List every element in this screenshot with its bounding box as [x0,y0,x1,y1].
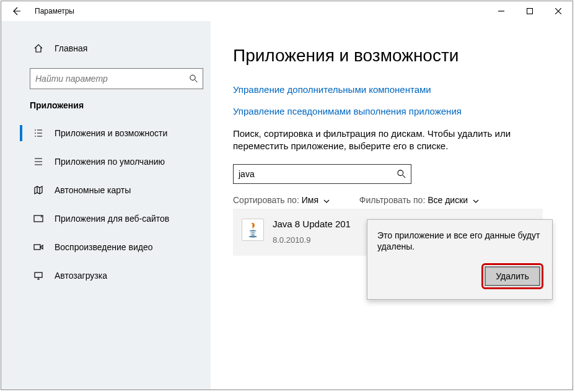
close-button[interactable] [544,1,573,21]
app-list-search[interactable]: java [233,164,411,184]
chevron-down-icon [323,195,330,205]
sidebar-section-label: Приложения [1,100,211,119]
minimize-icon [498,8,504,14]
link-optional-features[interactable]: Управление дополнительными компонентами [233,84,573,95]
app-name: Java 8 Update 201 [273,219,351,229]
app-version: 8.0.2010.9 [273,235,351,245]
sort-control[interactable]: Сортировать по: Имя [233,195,330,205]
map-icon [32,185,45,195]
startup-icon [32,271,45,281]
page-title: Приложения и возможности [233,46,573,66]
filter-control[interactable]: Фильтровать по: Все диски [359,195,479,205]
sidebar-item-label: Приложения для веб-сайтов [55,214,169,224]
filter-value: Все диски [428,195,468,205]
svg-rect-3 [34,245,40,250]
sidebar-item-label: Воспроизведение видео [55,242,152,252]
svg-rect-0 [527,9,533,14]
flyout-text: Это приложение и все его данные будут уд… [377,230,543,252]
home-icon [32,43,45,53]
svg-point-5 [398,170,403,175]
sidebar-item-video-playback[interactable]: Воспроизведение видео [1,233,211,261]
sidebar-item-label: Приложения по умолчанию [55,157,165,167]
sidebar-search-input[interactable] [35,74,190,84]
sidebar-search[interactable] [30,68,203,89]
confirm-uninstall-button[interactable]: Удалить [485,266,540,286]
sidebar-item-label: Приложения и возможности [55,128,167,138]
sidebar-item-apps-for-websites[interactable]: Приложения для веб-сайтов [1,204,211,233]
sort-value: Имя [302,195,318,205]
java-icon [242,219,264,241]
defaults-icon [32,157,45,167]
chevron-down-icon [473,195,479,205]
sidebar-item-offline-maps[interactable]: Автономные карты [1,176,211,204]
flyout-actions: Удалить [377,263,543,289]
close-icon [555,8,561,14]
minimize-button[interactable] [487,1,516,21]
uninstall-confirm-flyout: Это приложение и все его данные будут уд… [367,219,553,300]
titlebar-left: Параметры [1,1,74,21]
description-text: Поиск, сортировка и фильтрация по дискам… [233,128,524,153]
svg-point-1 [190,75,195,80]
app-info: Java 8 Update 201 8.0.2010.9 [273,219,351,245]
arrow-left-icon [11,6,21,16]
body: Главная Приложения Приложения и возможно… [1,21,573,390]
settings-window: Параметры Главная [1,1,573,390]
video-icon [32,242,45,252]
titlebar: Параметры [1,1,573,21]
link-app-aliases[interactable]: Управление псевдонимами выполнения прило… [233,106,573,116]
sort-filter-row: Сортировать по: Имя Фильтровать по: Все … [233,195,573,205]
list-icon [32,128,45,138]
app-search-value: java [239,169,255,179]
search-icon [397,170,406,178]
maximize-button[interactable] [516,1,544,21]
sidebar-item-label: Автозагрузка [55,271,107,281]
home-button[interactable]: Главная [1,36,211,61]
search-icon [190,74,198,83]
sidebar-item-startup[interactable]: Автозагрузка [1,261,211,290]
highlight-annotation: Удалить [481,263,543,289]
window-title: Параметры [35,7,74,15]
home-label: Главная [55,43,87,53]
maximize-icon [527,8,533,14]
sidebar: Главная Приложения Приложения и возможно… [1,21,211,390]
svg-rect-4 [35,272,42,277]
websites-icon [32,214,45,224]
sort-label: Сортировать по: [233,195,299,205]
back-button[interactable] [1,1,31,21]
content: Приложения и возможности Управление допо… [211,21,573,390]
window-controls [487,1,573,21]
sidebar-item-default-apps[interactable]: Приложения по умолчанию [1,147,211,176]
filter-label: Фильтровать по: [359,195,425,205]
sidebar-item-apps-features[interactable]: Приложения и возможности [1,119,211,147]
sidebar-item-label: Автономные карты [55,185,131,195]
